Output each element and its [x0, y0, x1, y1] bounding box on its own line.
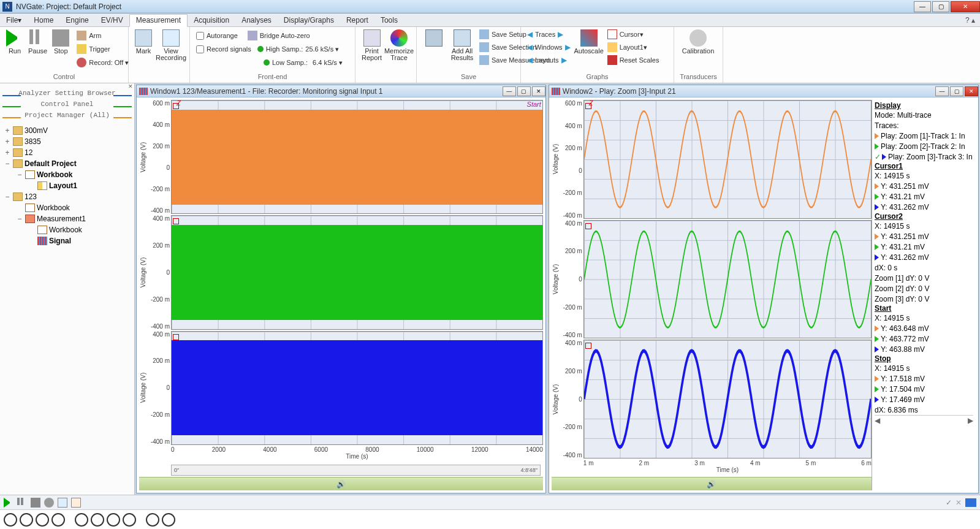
win-minimize[interactable]: — [935, 86, 949, 96]
tree-node[interactable]: −Default Project [1, 158, 133, 169]
mark-button[interactable]: Mark [132, 28, 154, 56]
cursor-dropdown[interactable]: Cursor▾ [605, 28, 662, 40]
menu-evhv[interactable]: EV/HV [95, 13, 129, 26]
win-close[interactable]: ✕ [532, 86, 545, 96]
chart[interactable]: Voltage (V) 400 m200 m0-200 m-400 m [552, 220, 872, 339]
windows-button[interactable]: ◀Windows▶ [525, 41, 573, 53]
win-maximize[interactable]: ▢ [517, 86, 531, 96]
knob[interactable] [4, 513, 17, 527]
layout-icon [607, 42, 617, 52]
menu-report[interactable]: Report [340, 13, 374, 26]
help-button[interactable]: ? ▴ [960, 16, 980, 25]
status-copy-icon[interactable] [58, 498, 67, 508]
tree-twisty[interactable]: + [4, 126, 11, 135]
folder-icon [13, 126, 23, 135]
run-button[interactable]: Run [4, 28, 26, 56]
menu-displaygraphs[interactable]: Display/Graphs [278, 13, 340, 26]
knob[interactable] [51, 513, 65, 527]
pane-header[interactable]: Project Manager (All) [0, 112, 134, 123]
close-button[interactable]: ✕ [951, 1, 980, 12]
chart[interactable]: Voltage (V) 400 m200 m0-200 m-400 m [139, 215, 543, 329]
win-minimize[interactable]: — [503, 86, 516, 96]
pane-header[interactable]: Control Panel [0, 101, 134, 112]
audio-bar[interactable]: 🔊 [552, 477, 872, 490]
pause-button[interactable]: Pause [26, 28, 50, 56]
record-signals-checkbox[interactable]: Record signals High Samp.:25.6 kS/s ▾ [194, 43, 341, 55]
status-play-icon[interactable] [4, 498, 13, 508]
minimize-button[interactable]: — [914, 1, 931, 12]
calibration-button[interactable]: Calibration [678, 28, 718, 56]
time-strip[interactable]: 0" 4:8'48" [171, 465, 541, 476]
add-all-results-button[interactable]: Add All Results [447, 28, 477, 63]
autorange-checkbox[interactable]: Autorange [194, 29, 240, 42]
tree-node[interactable]: Layout1 [1, 180, 133, 191]
status-pause-icon[interactable] [17, 498, 27, 508]
pane-header[interactable]: Analyzer Setting Browser [0, 89, 134, 101]
menu-file[interactable]: File▾ [0, 13, 28, 26]
view-recording-button[interactable]: View Recording [154, 28, 188, 63]
cursor-marker[interactable] [173, 334, 179, 340]
tree-twisty[interactable]: − [4, 192, 11, 201]
bridge-button[interactable]: Bridge Auto-zero [245, 29, 313, 42]
win-close[interactable]: ✕ [965, 86, 978, 96]
arm-button[interactable]: Arm [74, 29, 131, 42]
cursor-marker[interactable] [585, 103, 591, 109]
stop-button[interactable]: Stop [50, 28, 72, 56]
tree-node[interactable]: +12 [1, 147, 133, 158]
tree-node[interactable]: −Workbook [1, 169, 133, 180]
menu-tools[interactable]: Tools [374, 13, 404, 26]
reset-scales-button[interactable]: Reset Scales [605, 54, 662, 66]
knob[interactable] [91, 513, 104, 527]
menu-acquisition[interactable]: Acquisition [188, 13, 235, 26]
tree-twisty[interactable]: + [4, 148, 11, 157]
save-button[interactable] [420, 28, 447, 63]
menu-analyses[interactable]: Analyses [235, 13, 278, 26]
tree-node[interactable]: +3835 [1, 136, 133, 147]
tree-twisty[interactable]: − [16, 170, 23, 179]
knob[interactable] [36, 513, 49, 527]
knob[interactable] [162, 513, 175, 527]
status-dot-icon [264, 59, 270, 66]
knob[interactable] [75, 513, 88, 527]
tree-node[interactable]: −Measurement1 [1, 213, 133, 224]
menu-home[interactable]: Home [28, 13, 59, 26]
traces-button[interactable]: ◀Traces▶ [525, 28, 573, 40]
knob[interactable] [107, 513, 120, 527]
status-layout-icon[interactable] [71, 498, 81, 508]
chart[interactable]: Voltage (V) 600 m400 m200 m0-200 m-400 m… [139, 100, 543, 214]
info-row: Y: 431.251 mV [875, 231, 973, 242]
status-stop-icon[interactable] [31, 498, 40, 508]
knob[interactable] [20, 513, 33, 527]
record-dropdown[interactable]: Record: Off ▾ [74, 56, 131, 69]
print-report-button[interactable]: Print Report [359, 28, 384, 63]
memorize-trace-button[interactable]: Memorize Trace [384, 28, 414, 63]
chart[interactable]: Voltage (V) 400 m200 m0-200 m-400 m [139, 331, 543, 445]
knob[interactable] [146, 513, 159, 527]
layouts-button[interactable]: ◀Layouts▶ [525, 54, 573, 66]
layout-dropdown[interactable]: Layout1▾ [605, 41, 662, 53]
tree-node[interactable]: Workbook [1, 202, 133, 213]
win-maximize[interactable]: ▢ [950, 86, 963, 96]
knob[interactable] [123, 513, 136, 527]
cursor-marker[interactable] [173, 218, 179, 224]
trigger-button[interactable]: Trigger [74, 43, 131, 55]
cursor-marker[interactable] [585, 343, 591, 349]
tree-twisty[interactable]: − [4, 159, 11, 168]
menu-engine[interactable]: Engine [59, 13, 94, 26]
cursor-marker[interactable] [585, 223, 591, 229]
tree-twisty[interactable]: + [4, 137, 11, 146]
chart[interactable]: Voltage (V) 600 m400 m200 m0-200 m-400 m… [552, 100, 872, 219]
menu-measurement[interactable]: Measurement [129, 14, 188, 27]
tree-node[interactable]: +300mV [1, 125, 133, 136]
autoscale-button[interactable]: Autoscale [573, 28, 605, 56]
audio-bar[interactable]: 🔊 [139, 477, 543, 490]
maximize-button[interactable]: ▢ [932, 1, 949, 12]
tree-twisty[interactable]: − [16, 215, 23, 223]
project-tree[interactable]: +300mV+3835+12−Default Project−WorkbookL… [0, 123, 134, 495]
cursor-marker[interactable] [173, 103, 179, 109]
tree-node[interactable]: −123 [1, 191, 133, 202]
chart[interactable]: Voltage (V) 400 m200 m0-200 m-400 m [552, 340, 872, 459]
tree-node[interactable]: Workbook [1, 224, 133, 235]
status-record-icon[interactable] [44, 498, 54, 508]
tree-node[interactable]: Signal [1, 235, 133, 246]
